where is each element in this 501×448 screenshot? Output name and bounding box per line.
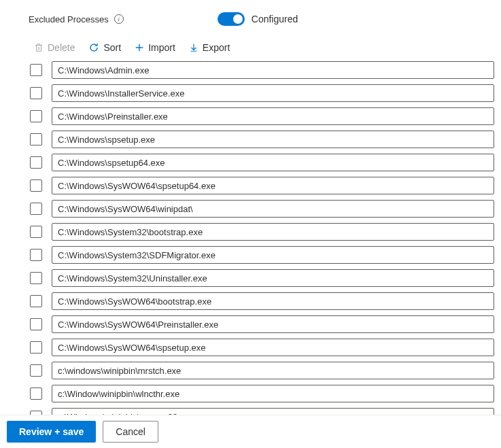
process-path-input[interactable] (52, 408, 494, 415)
plus-icon (135, 43, 144, 52)
delete-label: Delete (48, 42, 75, 53)
list-item (30, 315, 494, 333)
process-path-input[interactable] (52, 84, 494, 102)
list-item (30, 362, 494, 379)
info-icon[interactable]: i (114, 14, 124, 24)
sort-button[interactable]: Sort (88, 42, 121, 53)
row-checkbox[interactable] (30, 110, 42, 122)
row-checkbox[interactable] (30, 364, 42, 377)
download-icon (189, 43, 198, 52)
process-path-input[interactable] (52, 154, 494, 171)
refresh-icon (88, 42, 99, 53)
list-item (30, 61, 494, 79)
import-label: Import (148, 42, 175, 53)
list-item (30, 107, 494, 125)
process-path-input[interactable] (52, 177, 494, 194)
row-checkbox[interactable] (30, 387, 42, 400)
row-checkbox[interactable] (30, 318, 42, 330)
process-path-input[interactable] (52, 339, 494, 356)
setting-label: Excluded Processes (29, 14, 109, 24)
list-item (30, 292, 494, 310)
process-path-input[interactable] (52, 315, 494, 333)
list-item (30, 408, 494, 415)
toggle-wrap: Configured (218, 12, 298, 26)
process-path-input[interactable] (52, 362, 494, 379)
list-item (30, 177, 494, 194)
list-item (30, 246, 494, 264)
review-save-button[interactable]: Review + save (7, 421, 96, 443)
process-list (0, 61, 501, 415)
row-checkbox[interactable] (30, 226, 42, 238)
list-item (30, 385, 494, 402)
row-checkbox[interactable] (30, 203, 42, 215)
list-item (30, 339, 494, 356)
sort-label: Sort (103, 42, 121, 53)
list-toolbar: Delete Sort Import Export (0, 26, 501, 61)
export-label: Export (203, 42, 230, 53)
trash-icon (34, 43, 44, 52)
footer-bar: Review + save Cancel (0, 415, 501, 448)
process-path-input[interactable] (52, 200, 494, 218)
export-button[interactable]: Export (189, 42, 230, 53)
row-checkbox[interactable] (30, 179, 42, 192)
process-path-input[interactable] (52, 61, 494, 79)
row-checkbox[interactable] (30, 249, 42, 261)
process-path-input[interactable] (52, 269, 494, 287)
list-item (30, 269, 494, 287)
import-button[interactable]: Import (135, 42, 175, 53)
row-checkbox[interactable] (30, 295, 42, 307)
cancel-button[interactable]: Cancel (103, 421, 158, 443)
delete-button[interactable]: Delete (34, 42, 75, 53)
process-path-input[interactable] (52, 107, 494, 125)
row-checkbox[interactable] (30, 156, 42, 169)
process-path-input[interactable] (52, 246, 494, 264)
setting-header: Excluded Processes i Configured (0, 0, 501, 26)
list-item (30, 154, 494, 171)
list-item (30, 131, 494, 148)
list-item (30, 84, 494, 102)
row-checkbox[interactable] (30, 341, 42, 354)
list-item (30, 200, 494, 218)
process-path-input[interactable] (52, 292, 494, 310)
list-item (30, 223, 494, 241)
process-path-input[interactable] (52, 223, 494, 241)
process-path-input[interactable] (52, 131, 494, 148)
row-checkbox[interactable] (30, 64, 42, 76)
row-checkbox[interactable] (30, 272, 42, 284)
configured-toggle[interactable] (218, 12, 245, 26)
toggle-label: Configured (252, 14, 298, 24)
row-checkbox[interactable] (30, 87, 42, 99)
row-checkbox[interactable] (30, 133, 42, 145)
process-path-input[interactable] (52, 385, 494, 402)
